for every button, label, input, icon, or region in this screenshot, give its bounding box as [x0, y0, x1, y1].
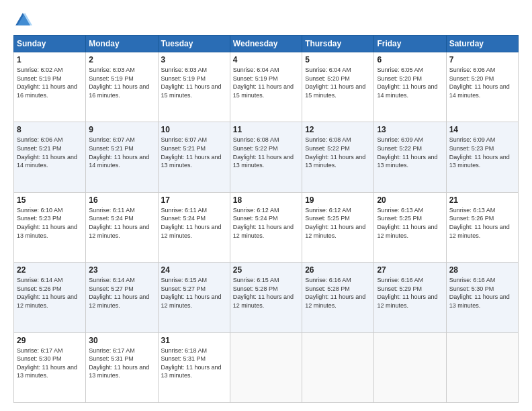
- day-info: Sunrise: 6:04 AM Sunset: 5:19 PM Dayligh…: [233, 66, 299, 99]
- day-cell: 16 Sunrise: 6:11 AM Sunset: 5:24 PM Dayl…: [86, 192, 158, 262]
- day-cell: 5 Sunrise: 6:04 AM Sunset: 5:20 PM Dayli…: [302, 52, 374, 122]
- day-info: Sunrise: 6:04 AM Sunset: 5:20 PM Dayligh…: [305, 66, 371, 99]
- day-number: 11: [233, 125, 299, 134]
- day-number: 10: [161, 125, 227, 134]
- day-info: Sunrise: 6:09 AM Sunset: 5:22 PM Dayligh…: [377, 136, 443, 169]
- day-info: Sunrise: 6:05 AM Sunset: 5:20 PM Dayligh…: [377, 66, 443, 99]
- day-info: Sunrise: 6:03 AM Sunset: 5:19 PM Dayligh…: [89, 66, 154, 99]
- day-info: Sunrise: 6:13 AM Sunset: 5:26 PM Dayligh…: [449, 206, 515, 240]
- day-number: 20: [377, 195, 443, 205]
- week-row-1: 1 Sunrise: 6:02 AM Sunset: 5:19 PM Dayli…: [14, 52, 519, 122]
- logo: [13, 11, 35, 30]
- day-cell: 21 Sunrise: 6:13 AM Sunset: 5:26 PM Dayl…: [446, 192, 518, 262]
- day-number: 27: [377, 265, 443, 275]
- day-number: 31: [161, 336, 227, 345]
- day-cell: [446, 332, 518, 402]
- day-cell: 26 Sunrise: 6:16 AM Sunset: 5:28 PM Dayl…: [302, 263, 374, 332]
- day-number: 19: [305, 195, 371, 205]
- day-cell: 15 Sunrise: 6:10 AM Sunset: 5:23 PM Dayl…: [14, 192, 86, 262]
- week-row-5: 29 Sunrise: 6:17 AM Sunset: 5:30 PM Dayl…: [14, 332, 519, 402]
- day-header-saturday: Saturday: [446, 36, 518, 52]
- day-cell: 25 Sunrise: 6:15 AM Sunset: 5:28 PM Dayl…: [230, 263, 302, 332]
- day-cell: 28 Sunrise: 6:16 AM Sunset: 5:30 PM Dayl…: [446, 263, 518, 332]
- day-info: Sunrise: 6:11 AM Sunset: 5:24 PM Dayligh…: [161, 206, 227, 240]
- day-cell: 6 Sunrise: 6:05 AM Sunset: 5:20 PM Dayli…: [374, 52, 446, 122]
- day-number: 30: [89, 336, 154, 345]
- day-number: 2: [89, 55, 154, 64]
- day-cell: 2 Sunrise: 6:03 AM Sunset: 5:19 PM Dayli…: [86, 52, 158, 122]
- day-number: 25: [233, 265, 299, 275]
- day-info: Sunrise: 6:16 AM Sunset: 5:30 PM Dayligh…: [449, 276, 515, 310]
- day-header-sunday: Sunday: [14, 36, 86, 52]
- day-info: Sunrise: 6:17 AM Sunset: 5:30 PM Dayligh…: [17, 347, 83, 380]
- day-number: 21: [449, 195, 515, 205]
- day-number: 26: [305, 265, 371, 275]
- day-cell: 3 Sunrise: 6:03 AM Sunset: 5:19 PM Dayli…: [158, 52, 230, 122]
- day-number: 7: [449, 55, 515, 64]
- day-cell: 8 Sunrise: 6:06 AM Sunset: 5:21 PM Dayli…: [14, 122, 86, 192]
- day-number: 13: [377, 125, 443, 134]
- day-number: 9: [89, 125, 154, 134]
- day-info: Sunrise: 6:08 AM Sunset: 5:22 PM Dayligh…: [233, 136, 299, 169]
- day-cell: 17 Sunrise: 6:11 AM Sunset: 5:24 PM Dayl…: [158, 192, 230, 262]
- calendar-body: 1 Sunrise: 6:02 AM Sunset: 5:19 PM Dayli…: [14, 52, 519, 403]
- day-cell: 30 Sunrise: 6:17 AM Sunset: 5:31 PM Dayl…: [86, 332, 158, 402]
- day-cell: 23 Sunrise: 6:14 AM Sunset: 5:27 PM Dayl…: [86, 263, 158, 332]
- day-cell: 7 Sunrise: 6:06 AM Sunset: 5:20 PM Dayli…: [446, 52, 518, 122]
- day-cell: 12 Sunrise: 6:08 AM Sunset: 5:22 PM Dayl…: [302, 122, 374, 192]
- day-info: Sunrise: 6:06 AM Sunset: 5:21 PM Dayligh…: [17, 136, 83, 169]
- week-row-2: 8 Sunrise: 6:06 AM Sunset: 5:21 PM Dayli…: [14, 122, 519, 192]
- day-info: Sunrise: 6:15 AM Sunset: 5:27 PM Dayligh…: [161, 276, 227, 310]
- day-number: 23: [89, 265, 154, 275]
- day-info: Sunrise: 6:11 AM Sunset: 5:24 PM Dayligh…: [89, 206, 154, 240]
- day-cell: 27 Sunrise: 6:16 AM Sunset: 5:29 PM Dayl…: [374, 263, 446, 332]
- day-info: Sunrise: 6:02 AM Sunset: 5:19 PM Dayligh…: [17, 66, 83, 99]
- week-row-4: 22 Sunrise: 6:14 AM Sunset: 5:26 PM Dayl…: [14, 263, 519, 332]
- day-cell: 19 Sunrise: 6:12 AM Sunset: 5:25 PM Dayl…: [302, 192, 374, 262]
- day-info: Sunrise: 6:03 AM Sunset: 5:19 PM Dayligh…: [161, 66, 227, 99]
- day-cell: 9 Sunrise: 6:07 AM Sunset: 5:21 PM Dayli…: [86, 122, 158, 192]
- day-header-wednesday: Wednesday: [230, 36, 302, 52]
- logo-icon: [13, 11, 32, 30]
- day-number: 17: [161, 195, 227, 205]
- day-info: Sunrise: 6:12 AM Sunset: 5:25 PM Dayligh…: [305, 206, 371, 240]
- day-cell: 20 Sunrise: 6:13 AM Sunset: 5:25 PM Dayl…: [374, 192, 446, 262]
- calendar-header-row: SundayMondayTuesdayWednesdayThursdayFrid…: [14, 36, 519, 52]
- calendar-table: SundayMondayTuesdayWednesdayThursdayFrid…: [13, 35, 519, 403]
- day-number: 12: [305, 125, 371, 134]
- day-cell: 14 Sunrise: 6:09 AM Sunset: 5:23 PM Dayl…: [446, 122, 518, 192]
- day-number: 8: [17, 125, 83, 134]
- day-header-thursday: Thursday: [302, 36, 374, 52]
- header: [13, 11, 519, 30]
- day-info: Sunrise: 6:18 AM Sunset: 5:31 PM Dayligh…: [161, 347, 227, 380]
- day-cell: 31 Sunrise: 6:18 AM Sunset: 5:31 PM Dayl…: [158, 332, 230, 402]
- day-header-monday: Monday: [86, 36, 158, 52]
- page: SundayMondayTuesdayWednesdayThursdayFrid…: [0, 0, 532, 411]
- day-cell: 24 Sunrise: 6:15 AM Sunset: 5:27 PM Dayl…: [158, 263, 230, 332]
- day-info: Sunrise: 6:15 AM Sunset: 5:28 PM Dayligh…: [233, 276, 299, 310]
- day-info: Sunrise: 6:08 AM Sunset: 5:22 PM Dayligh…: [305, 136, 371, 169]
- day-info: Sunrise: 6:07 AM Sunset: 5:21 PM Dayligh…: [89, 136, 154, 169]
- week-row-3: 15 Sunrise: 6:10 AM Sunset: 5:23 PM Dayl…: [14, 192, 519, 262]
- day-cell: 22 Sunrise: 6:14 AM Sunset: 5:26 PM Dayl…: [14, 263, 86, 332]
- day-cell: 13 Sunrise: 6:09 AM Sunset: 5:22 PM Dayl…: [374, 122, 446, 192]
- day-cell: 4 Sunrise: 6:04 AM Sunset: 5:19 PM Dayli…: [230, 52, 302, 122]
- day-number: 5: [305, 55, 371, 64]
- day-info: Sunrise: 6:14 AM Sunset: 5:26 PM Dayligh…: [17, 276, 83, 310]
- day-number: 18: [233, 195, 299, 205]
- day-info: Sunrise: 6:09 AM Sunset: 5:23 PM Dayligh…: [449, 136, 515, 169]
- day-number: 1: [17, 55, 83, 64]
- day-number: 4: [233, 55, 299, 64]
- day-info: Sunrise: 6:16 AM Sunset: 5:29 PM Dayligh…: [377, 276, 443, 310]
- day-cell: 10 Sunrise: 6:07 AM Sunset: 5:21 PM Dayl…: [158, 122, 230, 192]
- day-cell: [302, 332, 374, 402]
- day-cell: [374, 332, 446, 402]
- day-number: 6: [377, 55, 443, 64]
- day-cell: 1 Sunrise: 6:02 AM Sunset: 5:19 PM Dayli…: [14, 52, 86, 122]
- day-number: 29: [17, 336, 83, 345]
- day-info: Sunrise: 6:14 AM Sunset: 5:27 PM Dayligh…: [89, 276, 154, 310]
- day-number: 3: [161, 55, 227, 64]
- day-cell: 18 Sunrise: 6:12 AM Sunset: 5:24 PM Dayl…: [230, 192, 302, 262]
- day-info: Sunrise: 6:12 AM Sunset: 5:24 PM Dayligh…: [233, 206, 299, 240]
- day-info: Sunrise: 6:16 AM Sunset: 5:28 PM Dayligh…: [305, 276, 371, 310]
